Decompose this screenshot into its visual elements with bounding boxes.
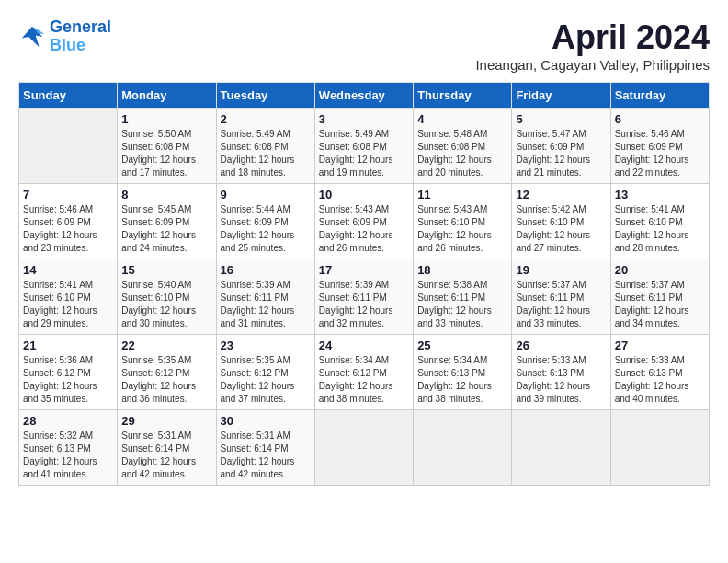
day-number: 6 bbox=[615, 112, 705, 126]
location: Ineangan, Cagayan Valley, Philippines bbox=[475, 57, 710, 73]
calendar-cell: 17Sunrise: 5:39 AMSunset: 6:11 PMDayligh… bbox=[314, 259, 413, 335]
calendar-cell: 9Sunrise: 5:44 AMSunset: 6:09 PMDaylight… bbox=[216, 184, 314, 259]
calendar-cell: 29Sunrise: 5:31 AMSunset: 6:14 PMDayligh… bbox=[118, 410, 216, 486]
day-number: 11 bbox=[417, 188, 507, 201]
calendar-cell bbox=[314, 410, 413, 486]
day-info: Sunrise: 5:35 AMSunset: 6:12 PMDaylight:… bbox=[221, 354, 311, 406]
calendar-cell: 22Sunrise: 5:35 AMSunset: 6:12 PMDayligh… bbox=[118, 335, 216, 410]
day-number: 7 bbox=[23, 188, 113, 201]
day-number: 27 bbox=[615, 339, 705, 352]
calendar-table: SundayMondayTuesdayWednesdayThursdayFrid… bbox=[18, 82, 710, 486]
calendar-cell: 2Sunrise: 5:49 AMSunset: 6:08 PMDaylight… bbox=[216, 109, 314, 184]
day-header-wednesday: Wednesday bbox=[314, 83, 413, 109]
day-number: 4 bbox=[417, 112, 507, 126]
svg-marker-0 bbox=[22, 27, 43, 48]
calendar-cell: 7Sunrise: 5:46 AMSunset: 6:09 PMDaylight… bbox=[19, 184, 118, 259]
week-row-3: 14Sunrise: 5:41 AMSunset: 6:10 PMDayligh… bbox=[19, 259, 710, 335]
calendar-cell: 3Sunrise: 5:49 AMSunset: 6:08 PMDaylight… bbox=[314, 109, 413, 184]
logo-icon bbox=[18, 23, 46, 51]
day-info: Sunrise: 5:37 AMSunset: 6:11 PMDaylight:… bbox=[516, 279, 606, 330]
day-info: Sunrise: 5:42 AMSunset: 6:10 PMDaylight:… bbox=[516, 203, 606, 255]
calendar-cell bbox=[414, 410, 512, 486]
calendar-body: 1Sunrise: 5:50 AMSunset: 6:08 PMDaylight… bbox=[19, 109, 710, 486]
week-row-5: 28Sunrise: 5:32 AMSunset: 6:13 PMDayligh… bbox=[19, 410, 710, 486]
calendar-cell: 11Sunrise: 5:43 AMSunset: 6:10 PMDayligh… bbox=[414, 184, 512, 259]
calendar-cell: 21Sunrise: 5:36 AMSunset: 6:12 PMDayligh… bbox=[19, 335, 118, 410]
day-number: 30 bbox=[221, 414, 311, 428]
week-row-2: 7Sunrise: 5:46 AMSunset: 6:09 PMDaylight… bbox=[19, 184, 710, 259]
calendar-cell: 30Sunrise: 5:31 AMSunset: 6:14 PMDayligh… bbox=[216, 410, 314, 486]
day-info: Sunrise: 5:35 AMSunset: 6:12 PMDaylight:… bbox=[121, 354, 211, 406]
day-number: 5 bbox=[516, 112, 606, 126]
day-number: 17 bbox=[319, 263, 409, 277]
day-number: 25 bbox=[417, 339, 507, 352]
day-info: Sunrise: 5:46 AMSunset: 6:09 PMDaylight:… bbox=[23, 203, 113, 255]
day-header-friday: Friday bbox=[512, 83, 610, 109]
calendar-cell: 12Sunrise: 5:42 AMSunset: 6:10 PMDayligh… bbox=[512, 184, 610, 259]
day-info: Sunrise: 5:45 AMSunset: 6:09 PMDaylight:… bbox=[121, 203, 211, 255]
calendar-cell bbox=[19, 109, 118, 184]
day-number: 23 bbox=[221, 339, 311, 352]
calendar-cell: 24Sunrise: 5:34 AMSunset: 6:12 PMDayligh… bbox=[314, 335, 413, 410]
month-title: April 2024 bbox=[475, 18, 710, 57]
day-info: Sunrise: 5:33 AMSunset: 6:13 PMDaylight:… bbox=[516, 354, 606, 406]
day-number: 22 bbox=[121, 339, 211, 352]
calendar-cell: 28Sunrise: 5:32 AMSunset: 6:13 PMDayligh… bbox=[19, 410, 118, 486]
day-info: Sunrise: 5:40 AMSunset: 6:10 PMDaylight:… bbox=[121, 279, 211, 330]
day-number: 8 bbox=[121, 188, 211, 201]
calendar-cell bbox=[610, 410, 709, 486]
logo-text: General Blue bbox=[50, 18, 111, 55]
calendar-cell: 1Sunrise: 5:50 AMSunset: 6:08 PMDaylight… bbox=[118, 109, 216, 184]
day-header-saturday: Saturday bbox=[610, 83, 709, 109]
calendar-header-row: SundayMondayTuesdayWednesdayThursdayFrid… bbox=[19, 83, 710, 109]
day-header-thursday: Thursday bbox=[414, 83, 512, 109]
day-number: 9 bbox=[221, 188, 311, 201]
day-number: 13 bbox=[615, 188, 705, 201]
day-number: 26 bbox=[516, 339, 606, 352]
day-number: 3 bbox=[319, 112, 409, 126]
calendar-cell: 6Sunrise: 5:46 AMSunset: 6:09 PMDaylight… bbox=[610, 109, 709, 184]
day-number: 16 bbox=[221, 263, 311, 277]
calendar-cell: 14Sunrise: 5:41 AMSunset: 6:10 PMDayligh… bbox=[19, 259, 118, 335]
day-info: Sunrise: 5:39 AMSunset: 6:11 PMDaylight:… bbox=[319, 279, 409, 330]
day-info: Sunrise: 5:32 AMSunset: 6:13 PMDaylight:… bbox=[23, 430, 113, 481]
day-info: Sunrise: 5:49 AMSunset: 6:08 PMDaylight:… bbox=[221, 128, 311, 179]
calendar-cell: 15Sunrise: 5:40 AMSunset: 6:10 PMDayligh… bbox=[118, 259, 216, 335]
day-info: Sunrise: 5:44 AMSunset: 6:09 PMDaylight:… bbox=[221, 203, 311, 255]
calendar-cell: 19Sunrise: 5:37 AMSunset: 6:11 PMDayligh… bbox=[512, 259, 610, 335]
calendar-cell: 23Sunrise: 5:35 AMSunset: 6:12 PMDayligh… bbox=[216, 335, 314, 410]
day-number: 19 bbox=[516, 263, 606, 277]
day-header-sunday: Sunday bbox=[19, 83, 118, 109]
day-info: Sunrise: 5:37 AMSunset: 6:11 PMDaylight:… bbox=[615, 279, 705, 330]
calendar-cell bbox=[512, 410, 610, 486]
calendar-cell: 26Sunrise: 5:33 AMSunset: 6:13 PMDayligh… bbox=[512, 335, 610, 410]
title-area: April 2024 Ineangan, Cagayan Valley, Phi… bbox=[475, 18, 710, 73]
calendar-cell: 18Sunrise: 5:38 AMSunset: 6:11 PMDayligh… bbox=[414, 259, 512, 335]
day-number: 24 bbox=[319, 339, 409, 352]
day-info: Sunrise: 5:43 AMSunset: 6:09 PMDaylight:… bbox=[319, 203, 409, 255]
calendar-cell: 27Sunrise: 5:33 AMSunset: 6:13 PMDayligh… bbox=[610, 335, 709, 410]
day-header-monday: Monday bbox=[118, 83, 216, 109]
day-info: Sunrise: 5:31 AMSunset: 6:14 PMDaylight:… bbox=[221, 430, 311, 481]
day-info: Sunrise: 5:46 AMSunset: 6:09 PMDaylight:… bbox=[615, 128, 705, 179]
day-number: 12 bbox=[516, 188, 606, 201]
day-info: Sunrise: 5:39 AMSunset: 6:11 PMDaylight:… bbox=[221, 279, 311, 330]
calendar-cell: 16Sunrise: 5:39 AMSunset: 6:11 PMDayligh… bbox=[216, 259, 314, 335]
week-row-1: 1Sunrise: 5:50 AMSunset: 6:08 PMDaylight… bbox=[19, 109, 710, 184]
day-number: 21 bbox=[23, 339, 113, 352]
day-number: 15 bbox=[121, 263, 211, 277]
day-info: Sunrise: 5:34 AMSunset: 6:13 PMDaylight:… bbox=[417, 354, 507, 406]
calendar-cell: 10Sunrise: 5:43 AMSunset: 6:09 PMDayligh… bbox=[314, 184, 413, 259]
day-info: Sunrise: 5:38 AMSunset: 6:11 PMDaylight:… bbox=[417, 279, 507, 330]
day-info: Sunrise: 5:41 AMSunset: 6:10 PMDaylight:… bbox=[615, 203, 705, 255]
day-number: 14 bbox=[23, 263, 113, 277]
day-info: Sunrise: 5:33 AMSunset: 6:13 PMDaylight:… bbox=[615, 354, 705, 406]
day-info: Sunrise: 5:36 AMSunset: 6:12 PMDaylight:… bbox=[23, 354, 113, 406]
day-info: Sunrise: 5:49 AMSunset: 6:08 PMDaylight:… bbox=[319, 128, 409, 179]
day-info: Sunrise: 5:48 AMSunset: 6:08 PMDaylight:… bbox=[417, 128, 507, 179]
day-info: Sunrise: 5:34 AMSunset: 6:12 PMDaylight:… bbox=[319, 354, 409, 406]
calendar-cell: 20Sunrise: 5:37 AMSunset: 6:11 PMDayligh… bbox=[610, 259, 709, 335]
day-info: Sunrise: 5:41 AMSunset: 6:10 PMDaylight:… bbox=[23, 279, 113, 330]
calendar-cell: 4Sunrise: 5:48 AMSunset: 6:08 PMDaylight… bbox=[414, 109, 512, 184]
logo: General Blue bbox=[18, 18, 111, 55]
